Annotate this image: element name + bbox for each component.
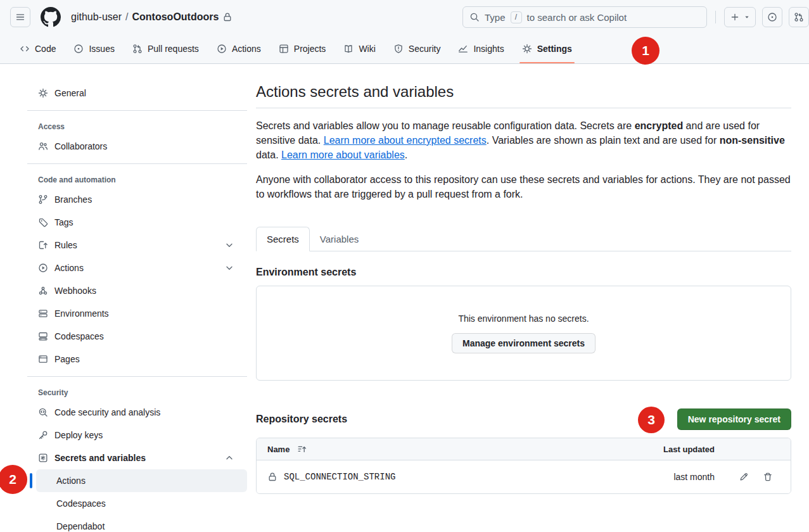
sidebar-subitem-actions[interactable]: Actions [36,469,247,492]
secret-name: SQL_CONNECTION_STRING [284,472,395,482]
name-header-label: Name [267,445,290,454]
environment-secrets-box: This environment has no secrets. Manage … [256,286,791,381]
sidebar-item-label: Tags [54,217,73,227]
tab-insights[interactable]: Insights [449,34,513,63]
tab-label: Code [35,44,56,54]
tab-code[interactable]: Code [11,34,65,63]
new-repository-secret-button[interactable]: New repository secret [677,408,791,430]
chevron-down-icon [224,240,234,250]
sidebar-item-code-security[interactable]: Code security and analysis [27,401,247,424]
annotation-step-1: 1 [632,37,659,65]
hamburger-menu-button[interactable] [10,7,30,27]
chevron-up-icon [224,453,234,463]
environments-icon [38,308,48,319]
search-input[interactable]: Type / to search or ask Copilot [462,6,707,28]
asterisk-box-icon [38,453,48,463]
issue-opened-icon [767,12,777,22]
tab-secrets[interactable]: Secrets [256,227,310,251]
play-circle-icon [38,263,48,273]
name-header-cell: Name [257,444,639,454]
sidebar-item-rules[interactable]: Rules [27,234,247,256]
sort-ascending-icon[interactable] [297,444,307,454]
create-new-button[interactable] [724,7,756,27]
code-scan-icon [38,407,48,417]
git-branch-icon [38,194,48,205]
delete-trash-icon[interactable] [763,472,773,482]
shield-icon [393,44,404,54]
repo-nav: Code Issues Pull requests Actions Projec… [0,34,809,64]
secret-actions-cell [715,472,791,482]
tab-settings[interactable]: Settings [513,34,581,63]
intro-paragraph-1: Secrets and variables allow you to manag… [256,118,791,162]
sidebar-subitem-label: Dependabot [56,521,105,531]
gear-icon [522,44,532,54]
tab-label: Projects [294,44,326,54]
intro-text: . [405,149,407,160]
settings-sidebar: General Access Collaborators Code and au… [27,82,247,532]
browser-icon [38,354,48,364]
tab-wiki[interactable]: Wiki [334,34,384,63]
tab-label: Pull requests [148,44,199,54]
codespaces-icon [38,331,48,341]
breadcrumb-owner[interactable]: github-user [71,11,122,23]
lock-icon [267,472,277,482]
annotation-step-3: 3 [638,407,665,433]
sidebar-item-label: General [54,88,86,98]
tab-projects[interactable]: Projects [270,34,335,63]
repository-secrets-heading: Repository secrets [256,414,347,425]
sidebar-item-label: Codespaces [54,331,104,341]
header-divider [715,11,716,23]
sidebar-item-pages[interactable]: Pages [27,348,247,370]
rules-icon [38,240,48,250]
link-encrypted-secrets[interactable]: Learn more about encrypted secrets [324,135,487,146]
webhook-icon [38,286,48,296]
sidebar-item-collaborators[interactable]: Collaborators [27,135,247,158]
sidebar-subitem-dependabot[interactable]: Dependabot [36,515,247,532]
sidebar-item-deploy-keys[interactable]: Deploy keys [27,424,247,446]
tab-pull-requests[interactable]: Pull requests [124,34,208,63]
search-placeholder-prefix: Type [485,12,506,23]
play-circle-icon [217,44,227,54]
sidebar-item-environments[interactable]: Environments [27,302,247,325]
github-logo[interactable] [41,7,61,27]
graph-icon [458,44,468,54]
intro-paragraph-2: Anyone with collaborator access to this … [256,172,791,201]
pull-requests-dashboard-button[interactable] [789,7,809,27]
repository-secrets-header: Repository secrets New repository secret [256,408,791,430]
tab-issues[interactable]: Issues [65,34,123,63]
sidebar-item-webhooks[interactable]: Webhooks [27,279,247,302]
sidebar-item-label: Code security and analysis [54,407,160,417]
tab-actions[interactable]: Actions [208,34,270,63]
sidebar-item-branches[interactable]: Branches [27,188,247,211]
issues-dashboard-button[interactable] [762,7,782,27]
edit-pencil-icon[interactable] [739,472,749,482]
page-title: Actions secrets and variables [256,82,791,108]
git-pull-request-icon [794,12,804,22]
last-updated-header-cell: Last updated [639,445,715,454]
tab-security[interactable]: Security [385,34,450,63]
slash-keycap: / [511,11,522,23]
sidebar-item-tags[interactable]: Tags [27,211,247,234]
private-lock-icon [222,12,233,22]
tab-label: Security [409,44,441,54]
key-icon [38,430,48,440]
top-header: github-user / ContosoOutdoors Type / to … [0,0,809,34]
sidebar-item-general[interactable]: General [27,82,247,104]
header-actions [724,7,799,27]
manage-environment-secrets-button[interactable]: Manage environment secrets [452,333,596,353]
sidebar-item-codespaces[interactable]: Codespaces [27,325,247,348]
sidebar-item-actions[interactable]: Actions [27,256,247,279]
sidebar-item-label: Deploy keys [54,430,103,440]
secrets-variables-subnav: Actions Codespaces Dependabot [27,469,247,532]
intro-text: data. [256,149,281,160]
issue-opened-icon [73,44,84,54]
environment-secrets-heading: Environment secrets [256,267,791,278]
sidebar-section-security: Security [27,383,247,401]
breadcrumb-repo[interactable]: ContosoOutdoors [132,11,219,23]
intro-bold-encrypted: encrypted [635,120,683,131]
table-header-row: Name Last updated [257,438,791,460]
sidebar-item-secrets-and-variables[interactable]: Secrets and variables [27,446,247,469]
link-variables[interactable]: Learn more about variables [281,149,405,160]
tab-variables[interactable]: Variables [310,227,369,251]
sidebar-subitem-codespaces[interactable]: Codespaces [36,492,247,515]
